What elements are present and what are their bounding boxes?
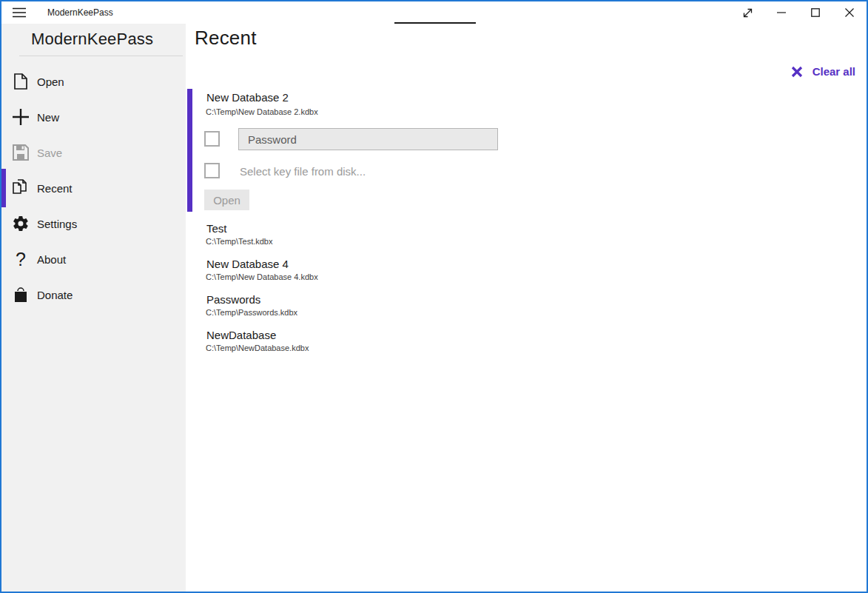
- sidebar-item-label: Open: [37, 76, 64, 88]
- clear-all-button[interactable]: Clear all: [791, 65, 855, 78]
- selection-accent-bar: [187, 89, 192, 212]
- clear-all-label: Clear all: [813, 65, 855, 78]
- password-checkbox[interactable]: [204, 131, 220, 147]
- database-name: New Database 2: [206, 91, 289, 104]
- sidebar-item-about[interactable]: ? About: [1, 241, 186, 277]
- maximize-button[interactable]: [798, 1, 832, 24]
- open-file-icon: [12, 73, 30, 90]
- sidebar-item-label: New: [37, 111, 59, 124]
- recent-icon: [12, 179, 30, 197]
- hamburger-icon: [13, 7, 26, 18]
- sidebar-item-label: Save: [37, 147, 62, 159]
- sidebar: ModernKeePass Open New: [1, 24, 186, 592]
- plus-icon: [12, 108, 30, 126]
- selected-item-indicator: [1, 169, 6, 207]
- window-title: ModernKeePass: [47, 7, 113, 18]
- sidebar-item-save[interactable]: Save: [1, 135, 186, 170]
- main-content: Recent Clear all New Database 2 C:\Temp\…: [186, 24, 867, 592]
- save-icon: [12, 144, 30, 161]
- sidebar-separator: [19, 56, 183, 56]
- keyfile-label[interactable]: Select key file from disk...: [240, 165, 366, 178]
- sidebar-item-label: Recent: [37, 182, 73, 195]
- hamburger-menu-button[interactable]: [1, 1, 37, 24]
- donate-bag-icon: [12, 286, 30, 304]
- database-path: C:\Temp\NewDatabase.kdbx: [206, 344, 680, 353]
- title-bar: ModernKeePass: [1, 1, 867, 24]
- password-input[interactable]: [238, 128, 498, 150]
- sidebar-item-recent[interactable]: Recent: [1, 170, 186, 206]
- sidebar-item-label: Donate: [37, 289, 73, 301]
- app-window: ModernKeePass: [0, 0, 868, 593]
- sidebar-item-open[interactable]: Open: [1, 64, 186, 99]
- gear-icon: [12, 215, 30, 232]
- minimize-button[interactable]: [764, 1, 798, 24]
- database-path: C:\Temp\Test.kdbx: [206, 237, 680, 247]
- recent-item[interactable]: NewDatabase C:\Temp\NewDatabase.kdbx: [206, 329, 680, 364]
- close-button[interactable]: [832, 1, 867, 24]
- database-path: C:\Temp\New Database 4.kdbx: [206, 272, 680, 282]
- database-path: C:\Temp\New Database 2.kdbx: [206, 107, 318, 116]
- sidebar-nav: Open New: [1, 64, 186, 312]
- keyfile-checkbox[interactable]: [204, 163, 220, 178]
- fullscreen-icon: [741, 7, 754, 19]
- fullscreen-button[interactable]: [730, 1, 764, 24]
- page-title: Recent: [195, 27, 257, 50]
- recent-list: Test C:\Temp\Test.kdbx New Database 4 C:…: [206, 222, 680, 364]
- database-name: Test: [206, 222, 680, 235]
- database-name: Passwords: [206, 293, 680, 306]
- sidebar-item-settings[interactable]: Settings: [1, 206, 186, 241]
- minimize-icon: [777, 8, 786, 17]
- recent-item[interactable]: Test C:\Temp\Test.kdbx: [206, 222, 680, 258]
- selected-recent-item[interactable]: New Database 2 C:\Temp\New Database 2.kd…: [186, 89, 704, 212]
- sidebar-item-donate[interactable]: Donate: [1, 277, 186, 312]
- caption-buttons: [730, 1, 867, 24]
- sidebar-item-label: Settings: [37, 218, 77, 230]
- close-icon: [845, 8, 854, 17]
- sidebar-item-new[interactable]: New: [1, 99, 186, 135]
- database-name: New Database 4: [206, 258, 680, 271]
- sidebar-item-label: About: [37, 253, 66, 266]
- open-database-button[interactable]: Open: [204, 190, 249, 210]
- question-icon: ?: [12, 250, 30, 268]
- database-name: NewDatabase: [206, 329, 680, 342]
- maximize-icon: [811, 8, 820, 17]
- sidebar-app-heading: ModernKeePass: [1, 24, 186, 49]
- recent-item[interactable]: New Database 4 C:\Temp\New Database 4.kd…: [206, 258, 680, 293]
- clear-all-x-icon: [791, 66, 803, 78]
- database-path: C:\Temp\Passwords.kdbx: [206, 308, 680, 318]
- recent-item[interactable]: Passwords C:\Temp\Passwords.kdbx: [206, 293, 680, 329]
